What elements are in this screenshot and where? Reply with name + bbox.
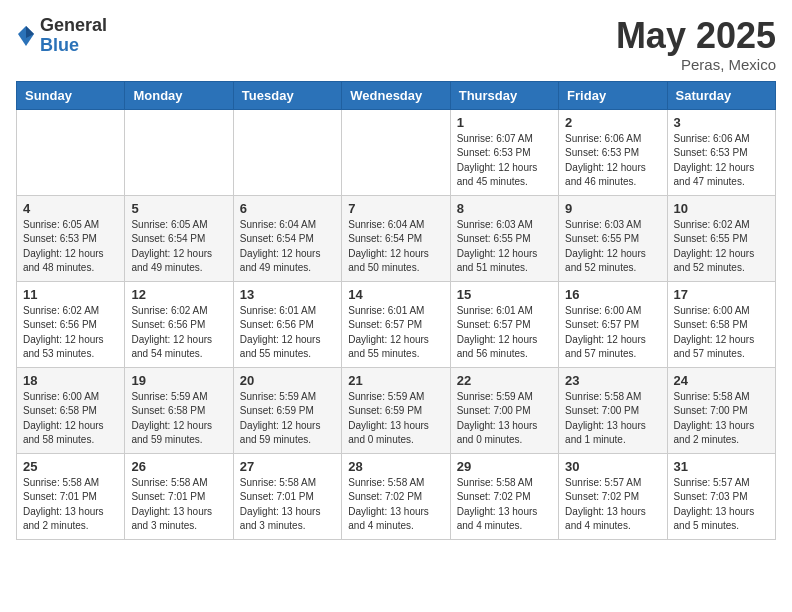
cell-info: Sunrise: 6:02 AM Sunset: 6:55 PM Dayligh…	[674, 218, 769, 276]
calendar-cell: 31Sunrise: 5:57 AM Sunset: 7:03 PM Dayli…	[667, 453, 775, 539]
calendar-cell: 25Sunrise: 5:58 AM Sunset: 7:01 PM Dayli…	[17, 453, 125, 539]
cell-info: Sunrise: 6:05 AM Sunset: 6:53 PM Dayligh…	[23, 218, 118, 276]
cell-date: 20	[240, 373, 335, 388]
calendar-cell: 5Sunrise: 6:05 AM Sunset: 6:54 PM Daylig…	[125, 195, 233, 281]
day-header-monday: Monday	[125, 81, 233, 109]
cell-info: Sunrise: 6:00 AM Sunset: 6:57 PM Dayligh…	[565, 304, 660, 362]
calendar-cell: 9Sunrise: 6:03 AM Sunset: 6:55 PM Daylig…	[559, 195, 667, 281]
calendar-cell	[17, 109, 125, 195]
calendar-week-2: 4Sunrise: 6:05 AM Sunset: 6:53 PM Daylig…	[17, 195, 776, 281]
cell-info: Sunrise: 6:05 AM Sunset: 6:54 PM Dayligh…	[131, 218, 226, 276]
calendar-week-1: 1Sunrise: 6:07 AM Sunset: 6:53 PM Daylig…	[17, 109, 776, 195]
cell-date: 10	[674, 201, 769, 216]
cell-date: 29	[457, 459, 552, 474]
cell-date: 18	[23, 373, 118, 388]
cell-date: 24	[674, 373, 769, 388]
cell-date: 22	[457, 373, 552, 388]
calendar-cell: 24Sunrise: 5:58 AM Sunset: 7:00 PM Dayli…	[667, 367, 775, 453]
cell-date: 8	[457, 201, 552, 216]
calendar-cell: 2Sunrise: 6:06 AM Sunset: 6:53 PM Daylig…	[559, 109, 667, 195]
calendar-cell: 29Sunrise: 5:58 AM Sunset: 7:02 PM Dayli…	[450, 453, 558, 539]
cell-date: 28	[348, 459, 443, 474]
cell-info: Sunrise: 6:06 AM Sunset: 6:53 PM Dayligh…	[674, 132, 769, 190]
cell-date: 16	[565, 287, 660, 302]
logo-blue: Blue	[40, 36, 107, 56]
calendar-cell: 18Sunrise: 6:00 AM Sunset: 6:58 PM Dayli…	[17, 367, 125, 453]
page-header: General Blue May 2025 Peras, Mexico	[16, 16, 776, 73]
calendar-cell: 28Sunrise: 5:58 AM Sunset: 7:02 PM Dayli…	[342, 453, 450, 539]
cell-date: 9	[565, 201, 660, 216]
calendar-cell: 7Sunrise: 6:04 AM Sunset: 6:54 PM Daylig…	[342, 195, 450, 281]
cell-info: Sunrise: 5:58 AM Sunset: 7:01 PM Dayligh…	[23, 476, 118, 534]
cell-date: 21	[348, 373, 443, 388]
calendar-cell: 10Sunrise: 6:02 AM Sunset: 6:55 PM Dayli…	[667, 195, 775, 281]
cell-info: Sunrise: 5:58 AM Sunset: 7:02 PM Dayligh…	[348, 476, 443, 534]
cell-date: 27	[240, 459, 335, 474]
cell-info: Sunrise: 5:59 AM Sunset: 6:59 PM Dayligh…	[240, 390, 335, 448]
cell-date: 31	[674, 459, 769, 474]
cell-info: Sunrise: 6:04 AM Sunset: 6:54 PM Dayligh…	[348, 218, 443, 276]
cell-info: Sunrise: 5:58 AM Sunset: 7:02 PM Dayligh…	[457, 476, 552, 534]
logo-text: General Blue	[40, 16, 107, 56]
calendar-week-5: 25Sunrise: 5:58 AM Sunset: 7:01 PM Dayli…	[17, 453, 776, 539]
cell-date: 17	[674, 287, 769, 302]
day-header-wednesday: Wednesday	[342, 81, 450, 109]
day-header-thursday: Thursday	[450, 81, 558, 109]
cell-date: 26	[131, 459, 226, 474]
title-block: May 2025 Peras, Mexico	[616, 16, 776, 73]
calendar-title: May 2025	[616, 16, 776, 56]
calendar-cell: 17Sunrise: 6:00 AM Sunset: 6:58 PM Dayli…	[667, 281, 775, 367]
calendar-cell	[342, 109, 450, 195]
cell-info: Sunrise: 5:58 AM Sunset: 7:00 PM Dayligh…	[674, 390, 769, 448]
calendar-cell: 14Sunrise: 6:01 AM Sunset: 6:57 PM Dayli…	[342, 281, 450, 367]
cell-date: 3	[674, 115, 769, 130]
calendar-cell: 11Sunrise: 6:02 AM Sunset: 6:56 PM Dayli…	[17, 281, 125, 367]
cell-info: Sunrise: 6:00 AM Sunset: 6:58 PM Dayligh…	[23, 390, 118, 448]
calendar-cell: 8Sunrise: 6:03 AM Sunset: 6:55 PM Daylig…	[450, 195, 558, 281]
cell-date: 6	[240, 201, 335, 216]
cell-date: 12	[131, 287, 226, 302]
cell-info: Sunrise: 6:00 AM Sunset: 6:58 PM Dayligh…	[674, 304, 769, 362]
calendar-cell	[233, 109, 341, 195]
cell-date: 14	[348, 287, 443, 302]
cell-info: Sunrise: 6:06 AM Sunset: 6:53 PM Dayligh…	[565, 132, 660, 190]
cell-date: 1	[457, 115, 552, 130]
cell-info: Sunrise: 5:57 AM Sunset: 7:03 PM Dayligh…	[674, 476, 769, 534]
cell-info: Sunrise: 6:04 AM Sunset: 6:54 PM Dayligh…	[240, 218, 335, 276]
logo-general: General	[40, 16, 107, 36]
calendar-cell: 6Sunrise: 6:04 AM Sunset: 6:54 PM Daylig…	[233, 195, 341, 281]
calendar-cell: 20Sunrise: 5:59 AM Sunset: 6:59 PM Dayli…	[233, 367, 341, 453]
calendar-cell: 4Sunrise: 6:05 AM Sunset: 6:53 PM Daylig…	[17, 195, 125, 281]
cell-info: Sunrise: 5:58 AM Sunset: 7:01 PM Dayligh…	[131, 476, 226, 534]
cell-date: 30	[565, 459, 660, 474]
calendar-cell: 3Sunrise: 6:06 AM Sunset: 6:53 PM Daylig…	[667, 109, 775, 195]
cell-info: Sunrise: 5:58 AM Sunset: 7:00 PM Dayligh…	[565, 390, 660, 448]
day-header-saturday: Saturday	[667, 81, 775, 109]
calendar-cell: 13Sunrise: 6:01 AM Sunset: 6:56 PM Dayli…	[233, 281, 341, 367]
cell-info: Sunrise: 6:01 AM Sunset: 6:57 PM Dayligh…	[348, 304, 443, 362]
day-header-tuesday: Tuesday	[233, 81, 341, 109]
calendar-cell: 23Sunrise: 5:58 AM Sunset: 7:00 PM Dayli…	[559, 367, 667, 453]
cell-date: 23	[565, 373, 660, 388]
cell-info: Sunrise: 6:02 AM Sunset: 6:56 PM Dayligh…	[131, 304, 226, 362]
day-header-sunday: Sunday	[17, 81, 125, 109]
cell-date: 13	[240, 287, 335, 302]
cell-date: 5	[131, 201, 226, 216]
cell-info: Sunrise: 5:57 AM Sunset: 7:02 PM Dayligh…	[565, 476, 660, 534]
logo: General Blue	[16, 16, 107, 56]
calendar-cell: 26Sunrise: 5:58 AM Sunset: 7:01 PM Dayli…	[125, 453, 233, 539]
calendar-cell: 27Sunrise: 5:58 AM Sunset: 7:01 PM Dayli…	[233, 453, 341, 539]
cell-date: 11	[23, 287, 118, 302]
calendar-cell: 1Sunrise: 6:07 AM Sunset: 6:53 PM Daylig…	[450, 109, 558, 195]
cell-info: Sunrise: 6:07 AM Sunset: 6:53 PM Dayligh…	[457, 132, 552, 190]
cell-date: 19	[131, 373, 226, 388]
cell-date: 4	[23, 201, 118, 216]
calendar-cell	[125, 109, 233, 195]
calendar-cell: 22Sunrise: 5:59 AM Sunset: 7:00 PM Dayli…	[450, 367, 558, 453]
calendar-table: SundayMondayTuesdayWednesdayThursdayFrid…	[16, 81, 776, 540]
calendar-cell: 19Sunrise: 5:59 AM Sunset: 6:58 PM Dayli…	[125, 367, 233, 453]
cell-date: 2	[565, 115, 660, 130]
cell-info: Sunrise: 5:59 AM Sunset: 6:58 PM Dayligh…	[131, 390, 226, 448]
cell-date: 15	[457, 287, 552, 302]
cell-date: 7	[348, 201, 443, 216]
